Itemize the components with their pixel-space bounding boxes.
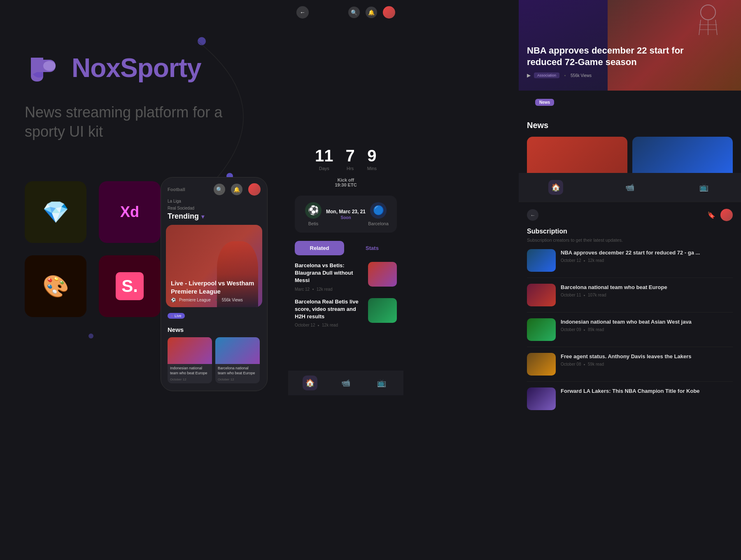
sub-thumb-1 (527, 249, 556, 272)
news-card-1[interactable]: Indonesian national team who beat Europe… (168, 337, 212, 383)
match-content: 11 Days 7 Hrs 9 Mins Kick off 19:30 ETC … (288, 140, 403, 371)
days-value: 11 (315, 147, 333, 165)
sub-bookmark-icon[interactable]: 🔖 (707, 211, 715, 219)
phone-match: ← 🔍 🔔 11 Days 7 Hrs 9 Mins Kick off (288, 0, 403, 395)
sketch-icon: 💎 (42, 200, 69, 225)
news-date-m2: October 12 (295, 323, 315, 327)
news-date-m1: Marc 12 (295, 287, 310, 292)
sep (312, 289, 314, 290)
match-news-content-1: Barcelona vs Betis: Blaugrana Dull witho… (295, 262, 363, 292)
sub-item-content-2: Barcelona national team who beat Europe … (561, 284, 733, 297)
tools-grid: 💎 Xd 🎨 S. (25, 181, 165, 321)
sub-item-content-1: NBA approves december 22 start for reduc… (561, 249, 733, 263)
news-title-2: Barcelona national team who beat Europe (215, 364, 260, 378)
tagline: News streaming platform for a sporty UI … (25, 103, 231, 142)
match-search-icon[interactable]: 🔍 (348, 7, 360, 18)
figma-icon-box: 🎨 (25, 255, 86, 317)
match-bell-icon[interactable]: 🔔 (366, 7, 377, 18)
sub-item-2[interactable]: Barcelona national team who beat Europe … (527, 284, 733, 313)
sep2 (318, 325, 319, 326)
match-news-title-2: Barcelona Real Betis live score, video s… (295, 298, 363, 321)
s-icon-box: S. (99, 255, 161, 317)
phone-trending-header: Football 🔍 🔔 (161, 177, 267, 199)
hrs-label: Hrs (346, 166, 355, 171)
right-nav-tv[interactable]: 📺 (697, 180, 711, 195)
hrs-value: 7 (346, 147, 355, 165)
hero-news-title: NBA approves december 22 start for reduc… (527, 45, 700, 68)
tab-related[interactable]: Related (295, 241, 344, 255)
news-date-1: October 12 (168, 378, 212, 383)
sub-back-btn[interactable]: ← (527, 209, 538, 221)
match-news-meta-1: Marc 12 12k read (295, 287, 363, 292)
match-news-thumb-1 (368, 262, 397, 287)
match-vs-center: Mon, Marc 23, 21 Soon (325, 209, 366, 220)
sub-thumb-3 (527, 318, 556, 341)
tab-stats[interactable]: Stats (347, 241, 397, 255)
news-card-2[interactable]: Barcelona national team who beat Europe … (215, 337, 260, 383)
away-team-name: Barcelona (366, 221, 390, 226)
match-status: Soon (325, 215, 366, 220)
sub-nav: ← 🔖 (527, 209, 733, 221)
match-nav-icons: 🔍 🔔 (348, 6, 395, 19)
match-news-thumb-2 (368, 298, 397, 323)
sub-item-5[interactable]: Forward LA Lakers: This NBA Champion Tit… (527, 387, 733, 416)
trending-section-title: Trending ▾ (161, 211, 267, 225)
bell-icon[interactable]: 🔔 (231, 184, 242, 195)
sub-item-title-3: Indonesian national team who beat Asian … (561, 318, 733, 326)
sub-thumb-2 (527, 284, 556, 306)
sub-item-content-3: Indonesian national team who beat Asian … (561, 318, 733, 332)
trending-sport-label: Football (168, 187, 185, 192)
xd-icon: Xd (120, 203, 139, 221)
nav-home[interactable]: 🏠 (303, 376, 317, 390)
kickoff-label: Kick off (338, 177, 354, 182)
nav-video[interactable]: 📹 (338, 376, 353, 390)
betis-icon: ⚽ (308, 205, 319, 216)
right-nav-home[interactable]: 🏠 (548, 180, 563, 195)
kickoff-time: 19:30 ETC (335, 182, 357, 187)
sub-item-content-5: Forward LA Lakers: This NBA Champion Tit… (561, 387, 733, 397)
live-dot (171, 315, 173, 317)
logo-container: NoxSporty (25, 49, 255, 86)
sub-item-title-2: Barcelona national team who beat Europe (561, 284, 733, 291)
user-avatar[interactable] (248, 183, 261, 196)
match-news-2[interactable]: Barcelona Real Betis live score, video s… (295, 298, 397, 328)
s2 (584, 295, 585, 296)
video-icon: ▶ (527, 72, 531, 78)
trending-nav-icons: 🔍 🔔 (214, 183, 261, 196)
deco-circle-1 (198, 37, 206, 45)
s3 (584, 329, 585, 331)
sketch-icon-box: 💎 (25, 181, 86, 243)
sub-header: Subscription (527, 228, 733, 235)
nav-tv[interactable]: 📺 (374, 376, 389, 390)
sub-item-meta-1: October 12 12k read (561, 258, 733, 263)
sub-avatar[interactable] (720, 209, 733, 221)
match-avatar[interactable] (383, 6, 395, 19)
kickoff-info: Kick off 19:30 ETC (295, 177, 397, 187)
phone-trending: Football 🔍 🔔 La Liga Real Sociedad Trend… (161, 177, 268, 391)
sub-item-meta-4: October 08 59k read (561, 362, 733, 366)
news-section-mini: News Indonesian national team who beat E… (161, 321, 267, 383)
back-button[interactable]: ← (296, 6, 309, 19)
away-team: 🔵 Barcelona (366, 202, 390, 226)
live-badge: Live (168, 313, 185, 319)
right-nav-video[interactable]: 📹 (622, 180, 637, 195)
news-section-mini-title: News (168, 326, 261, 333)
sub-item-1[interactable]: NBA approves december 22 start for reduc… (527, 249, 733, 278)
sub-item-3[interactable]: Indonesian national team who beat Asian … (527, 318, 733, 347)
right-bottom-nav: 🏠 📹 📺 (519, 173, 741, 202)
search-icon[interactable]: 🔍 (214, 184, 225, 195)
svg-line-7 (699, 20, 701, 35)
match-news-content-2: Barcelona Real Betis live score, video s… (295, 298, 363, 328)
trending-card[interactable]: Live - Liverpool vs Westham Premiere Lea… (166, 225, 262, 307)
sub-item-4[interactable]: Free agent status. Anthony Davis leaves … (527, 353, 733, 382)
dropdown-icon[interactable]: ▾ (201, 213, 204, 220)
news-tag[interactable]: News (535, 99, 554, 106)
sub-thumb-4 (527, 353, 556, 376)
match-date: Mon, Marc 23, 21 (325, 209, 366, 215)
league-icon: ⚽ (171, 298, 176, 302)
sub-thumb-5 (527, 387, 556, 410)
right-news-title: News (527, 121, 733, 130)
sep-dot (216, 299, 217, 301)
match-news-1[interactable]: Barcelona vs Betis: Blaugrana Dull witho… (295, 262, 397, 292)
app-logo (25, 49, 62, 86)
